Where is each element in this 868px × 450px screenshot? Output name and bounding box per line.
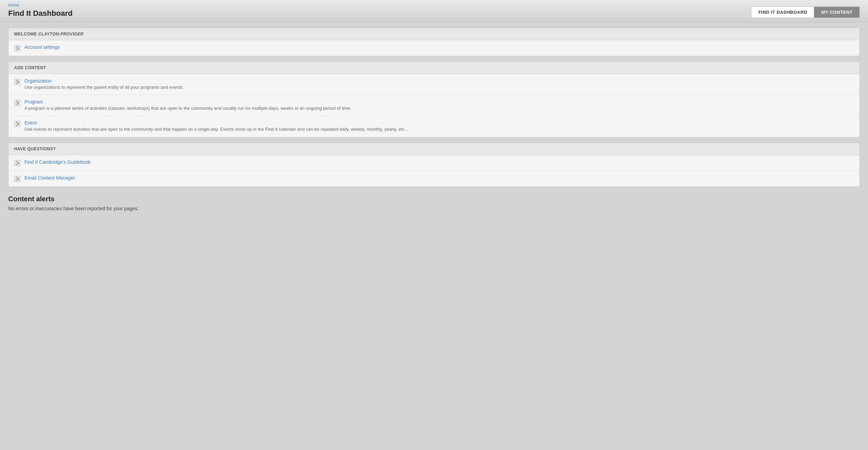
add-content-card: ADD CONTENT Organization Use organizatio… xyxy=(8,62,860,137)
content-alerts-section: Content alerts No errors or inaccuracies… xyxy=(8,192,860,214)
program-chevron-icon xyxy=(14,99,21,106)
organization-description: Use organizations to represent the paren… xyxy=(24,84,184,90)
breadcrumb-home-link[interactable]: Home xyxy=(8,3,19,8)
svg-rect-0 xyxy=(14,45,21,52)
questions-header: HAVE QUESTIONS? xyxy=(9,143,859,155)
event-link[interactable]: Event xyxy=(24,120,408,126)
program-item: Program A program is a planned series of… xyxy=(9,95,859,116)
email-manager-item: Email Content Manager xyxy=(9,171,859,186)
page-title: Find It Dashboard xyxy=(8,9,73,18)
guidebook-link[interactable]: Find It Cambridge's Guidebook xyxy=(24,159,91,165)
content-alerts-title: Content alerts xyxy=(8,195,860,203)
event-content: Event Use events to represent activities… xyxy=(24,120,408,132)
organization-chevron-icon xyxy=(14,78,21,85)
email-manager-link[interactable]: Email Content Manager xyxy=(24,175,75,181)
svg-rect-1 xyxy=(14,78,21,85)
account-settings-link[interactable]: Account settings xyxy=(24,44,60,50)
welcome-card: WELCOME CLAYTON-PROVIDER Account setting… xyxy=(8,28,860,56)
chevron-right-icon xyxy=(14,45,21,52)
guidebook-content: Find It Cambridge's Guidebook xyxy=(24,159,91,165)
organization-item: Organization Use organizations to repres… xyxy=(9,74,859,95)
organization-link[interactable]: Organization xyxy=(24,78,184,84)
welcome-header: WELCOME CLAYTON-PROVIDER xyxy=(9,28,859,40)
svg-rect-4 xyxy=(14,160,21,167)
svg-rect-3 xyxy=(14,120,21,127)
event-chevron-icon xyxy=(14,120,21,127)
main-content: WELCOME CLAYTON-PROVIDER Account setting… xyxy=(0,22,868,219)
header-left: Home Find It Dashboard xyxy=(8,3,73,18)
welcome-username: CLAYTON-PROVIDER xyxy=(38,32,84,36)
my-content-nav-button[interactable]: MY CONTENT xyxy=(814,7,860,18)
add-content-header: ADD CONTENT xyxy=(9,62,859,74)
questions-card: HAVE QUESTIONS? Find It Cambridge's Guid… xyxy=(8,143,860,187)
find-it-dashboard-nav-button[interactable]: FIND IT DASHBOARD xyxy=(751,7,814,18)
organization-content: Organization Use organizations to repres… xyxy=(24,78,184,90)
account-settings-content: Account settings xyxy=(24,44,60,51)
program-link[interactable]: Program xyxy=(24,99,351,105)
welcome-prefix: WELCOME xyxy=(14,32,38,36)
svg-rect-2 xyxy=(14,99,21,106)
email-manager-content: Email Content Manager xyxy=(24,175,75,181)
program-description: A program is a planned series of activit… xyxy=(24,105,351,111)
svg-rect-5 xyxy=(14,175,21,182)
event-description: Use events to represent activities that … xyxy=(24,126,408,132)
content-alerts-text: No errors or inaccuracies have been repo… xyxy=(8,206,860,211)
event-item: Event Use events to represent activities… xyxy=(9,116,859,137)
email-manager-chevron-icon xyxy=(14,175,21,182)
breadcrumb[interactable]: Home xyxy=(8,3,73,8)
page-header: Home Find It Dashboard FIND IT DASHBOARD… xyxy=(0,0,868,22)
guidebook-item: Find It Cambridge's Guidebook xyxy=(9,155,859,171)
account-settings-item: Account settings xyxy=(9,40,859,56)
program-content: Program A program is a planned series of… xyxy=(24,99,351,111)
guidebook-chevron-icon xyxy=(14,160,21,167)
header-nav: FIND IT DASHBOARD MY CONTENT xyxy=(751,7,860,18)
